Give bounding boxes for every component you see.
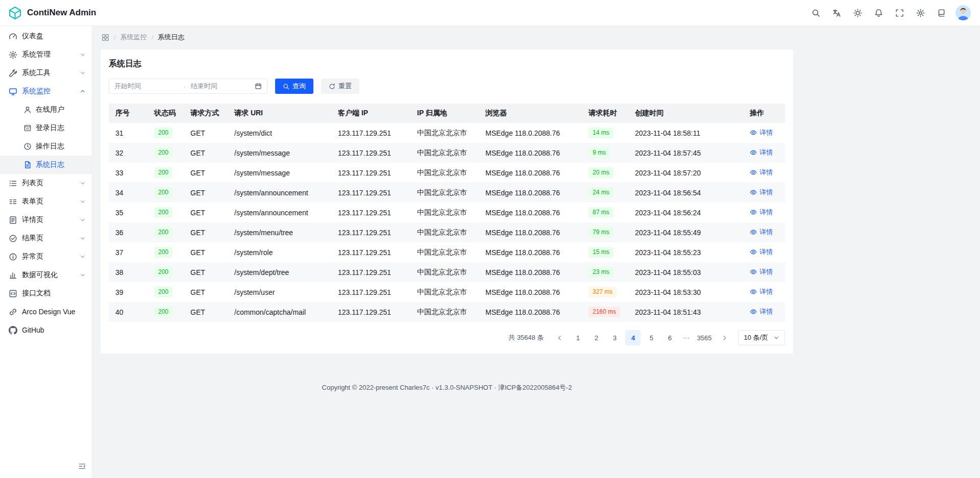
- chart-icon: [9, 271, 17, 280]
- cell-ip-region: 中国北京北京市: [410, 262, 479, 282]
- cell-created-at: 2023-11-04 18:57:20: [628, 163, 743, 183]
- search-icon: [283, 83, 289, 90]
- cell-method: GET: [184, 282, 228, 302]
- cell-browser: MSEdge 118.0.2088.76: [479, 242, 582, 262]
- pagination-page-4[interactable]: 4: [625, 330, 641, 345]
- detail-link-label: 详情: [760, 307, 773, 316]
- table-row: 40200GET/common/captcha/mail123.117.129.…: [109, 302, 785, 322]
- cell-no: 37: [109, 242, 148, 262]
- cell-uri: /system/role: [228, 242, 331, 262]
- breadcrumb-separator: /: [152, 34, 154, 41]
- translate-icon[interactable]: [828, 5, 845, 21]
- detail-link[interactable]: 详情: [750, 128, 773, 137]
- cell-elapsed: 327 ms: [582, 282, 628, 302]
- date-range-picker[interactable]: 开始时间 - 结束时间: [109, 79, 267, 94]
- clock-icon: [23, 142, 32, 150]
- sidebar-item-online-user[interactable]: 在线用户: [0, 100, 92, 119]
- sidebar-item-list-page[interactable]: 列表页: [0, 174, 92, 192]
- detail-link[interactable]: 详情: [750, 168, 773, 177]
- logo-icon: [8, 6, 22, 20]
- eye-icon: [750, 169, 757, 176]
- sidebar-item-result-page[interactable]: 结果页: [0, 229, 92, 247]
- sidebar-item-system-log[interactable]: 系统日志: [0, 156, 92, 174]
- pagination-page-5[interactable]: 5: [644, 330, 659, 345]
- gear-icon[interactable]: [912, 5, 928, 21]
- status-badge: 200: [154, 227, 173, 237]
- sidebar-item-label: 详情页: [22, 215, 80, 224]
- detail-link[interactable]: 详情: [750, 287, 773, 296]
- reset-button[interactable]: 重置: [321, 79, 359, 94]
- detail-link[interactable]: 详情: [750, 188, 773, 197]
- chevron-down-icon: [80, 52, 86, 58]
- cell-actions: 详情: [743, 143, 785, 163]
- pagination-next-button[interactable]: [717, 330, 732, 345]
- table-row: 32200GET/system/message123.117.129.251中国…: [109, 143, 785, 163]
- app-header: ContiNew Admin: [0, 0, 980, 26]
- cell-no: 31: [109, 123, 148, 143]
- detail-link[interactable]: 详情: [750, 247, 773, 257]
- sidebar-item-github[interactable]: GitHub: [0, 321, 92, 339]
- book-icon[interactable]: [933, 5, 949, 21]
- sidebar-menu: 仪表盘系统管理系统工具系统监控在线用户登录日志操作日志系统日志列表页表单页详情页…: [0, 26, 92, 339]
- sidebar-collapse-button[interactable]: [76, 460, 89, 473]
- status-badge: 200: [154, 167, 173, 178]
- pagination-page-3565[interactable]: 3565: [695, 330, 714, 345]
- elapsed-badge: 79 ms: [589, 227, 614, 237]
- chevron-down-icon: [80, 254, 86, 260]
- cell-uri: /system/dict: [228, 123, 331, 143]
- pagination-total: 共 35648 条: [508, 333, 544, 342]
- sidebar-item-data-visualization[interactable]: 数据可视化: [0, 266, 92, 284]
- search-button[interactable]: 查询: [275, 79, 313, 94]
- status-badge: 200: [154, 187, 173, 197]
- table-row: 37200GET/system/role123.117.129.251中国北京北…: [109, 242, 785, 262]
- sidebar-item-system-management[interactable]: 系统管理: [0, 45, 92, 64]
- fullscreen-icon[interactable]: [891, 5, 908, 21]
- detail-link[interactable]: 详情: [750, 148, 773, 157]
- bell-icon[interactable]: [870, 5, 887, 21]
- cell-browser: MSEdge 118.0.2088.76: [479, 183, 582, 203]
- user-avatar[interactable]: [955, 5, 971, 20]
- user-icon: [23, 106, 32, 114]
- apps-icon[interactable]: [102, 34, 109, 41]
- pagination-page-1[interactable]: 1: [570, 330, 585, 345]
- start-time-placeholder: 开始时间: [114, 82, 178, 91]
- detail-link[interactable]: 详情: [750, 307, 773, 316]
- sidebar-item-exception-page[interactable]: 异常页: [0, 247, 92, 266]
- status-badge: 200: [154, 247, 173, 257]
- sun-icon[interactable]: [849, 5, 866, 21]
- pagination-page-6[interactable]: 6: [662, 330, 677, 345]
- page-size-select[interactable]: 10 条/页: [738, 330, 785, 345]
- sidebar-item-dashboard[interactable]: 仪表盘: [0, 27, 92, 45]
- github-icon: [9, 326, 17, 335]
- pagination-prev-button[interactable]: [552, 330, 567, 345]
- sidebar-item-operation-log[interactable]: 操作日志: [0, 137, 92, 156]
- cell-uri: /system/message: [228, 143, 331, 163]
- sidebar-item-login-log[interactable]: 登录日志: [0, 119, 92, 137]
- column-header-ip-region: IP 归属地: [410, 104, 479, 123]
- detail-link[interactable]: 详情: [750, 228, 773, 237]
- cell-actions: 详情: [743, 262, 785, 282]
- login-log-icon: [23, 124, 32, 132]
- sidebar-item-arco-design-vue[interactable]: Arco Design Vue: [0, 303, 92, 321]
- search-icon[interactable]: [807, 5, 824, 21]
- elapsed-badge: 9 ms: [589, 147, 610, 158]
- sidebar-item-api-doc[interactable]: 接口文档: [0, 284, 92, 303]
- sidebar-item-label: 系统工具: [22, 68, 80, 78]
- sidebar-item-detail-page[interactable]: 详情页: [0, 211, 92, 229]
- detail-link[interactable]: 详情: [750, 267, 773, 276]
- sidebar-item-system-monitor[interactable]: 系统监控: [0, 82, 92, 100]
- pagination-page-2[interactable]: 2: [589, 330, 604, 345]
- table-row: 36200GET/system/menu/tree123.117.129.251…: [109, 222, 785, 242]
- cell-ip-region: 中国北京北京市: [410, 282, 479, 302]
- sidebar-item-system-tools[interactable]: 系统工具: [0, 64, 92, 82]
- app-logo[interactable]: ContiNew Admin: [0, 6, 102, 20]
- sidebar-item-form-page[interactable]: 表单页: [0, 192, 92, 211]
- cell-actions: 详情: [743, 282, 785, 302]
- filter-row: 开始时间 - 结束时间 查询 重置: [109, 79, 785, 94]
- pagination-page-3[interactable]: 3: [607, 330, 622, 345]
- copyright-text: Copyright © 2022-present Charles7c · v1.…: [322, 384, 572, 391]
- app-title: ContiNew Admin: [27, 8, 96, 18]
- cell-no: 36: [109, 222, 148, 242]
- detail-link[interactable]: 详情: [750, 208, 773, 217]
- breadcrumb-item-system-monitor[interactable]: 系统监控: [120, 33, 147, 42]
